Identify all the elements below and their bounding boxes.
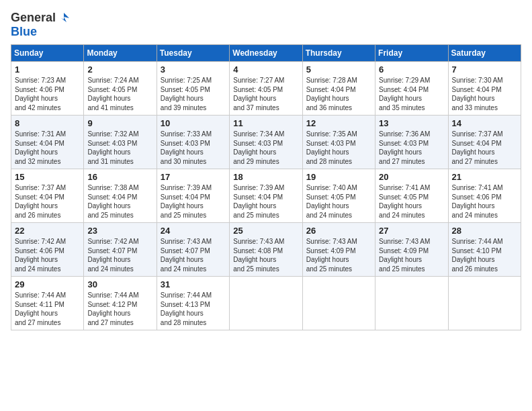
day-info: Sunrise: 7:43 AM Sunset: 4:09 PM Dayligh…	[306, 237, 371, 273]
weekday-header-thursday: Thursday	[302, 45, 375, 62]
calendar-cell: 14 Sunrise: 7:37 AM Sunset: 4:04 PM Dayl…	[448, 116, 521, 169]
calendar-week-row: 8 Sunrise: 7:31 AM Sunset: 4:04 PM Dayli…	[11, 116, 521, 169]
day-number: 15	[15, 172, 80, 182]
day-number: 2	[87, 64, 152, 75]
weekday-header-wednesday: Wednesday	[230, 45, 302, 62]
day-number: 26	[306, 226, 371, 236]
calendar-table: SundayMondayTuesdayWednesdayThursdayFrid…	[11, 44, 521, 330]
day-info: Sunrise: 7:44 AM Sunset: 4:11 PM Dayligh…	[15, 291, 80, 327]
day-number: 25	[233, 226, 298, 236]
day-number: 7	[452, 64, 517, 75]
calendar-cell: 22 Sunrise: 7:42 AM Sunset: 4:06 PM Dayl…	[11, 223, 84, 277]
day-info: Sunrise: 7:27 AM Sunset: 4:05 PM Dayligh…	[233, 76, 298, 112]
calendar-cell: 27 Sunrise: 7:43 AM Sunset: 4:09 PM Dayl…	[375, 223, 448, 277]
day-info: Sunrise: 7:37 AM Sunset: 4:04 PM Dayligh…	[15, 183, 80, 220]
day-number: 4	[233, 64, 298, 75]
day-number: 27	[379, 226, 444, 236]
logo-blue-text: Blue	[11, 25, 37, 38]
day-info: Sunrise: 7:25 AM Sunset: 4:05 PM Dayligh…	[161, 76, 226, 112]
calendar-cell: 4 Sunrise: 7:27 AM Sunset: 4:05 PM Dayli…	[230, 62, 302, 116]
calendar-cell: 10 Sunrise: 7:33 AM Sunset: 4:03 PM Dayl…	[157, 116, 229, 169]
calendar-cell: 23 Sunrise: 7:42 AM Sunset: 4:07 PM Dayl…	[84, 223, 157, 277]
calendar-cell: 6 Sunrise: 7:29 AM Sunset: 4:04 PM Dayli…	[375, 62, 448, 116]
day-info: Sunrise: 7:41 AM Sunset: 4:06 PM Dayligh…	[452, 183, 517, 220]
day-info: Sunrise: 7:30 AM Sunset: 4:04 PM Dayligh…	[452, 76, 517, 112]
day-info: Sunrise: 7:39 AM Sunset: 4:04 PM Dayligh…	[161, 183, 226, 220]
calendar-cell: 16 Sunrise: 7:38 AM Sunset: 4:04 PM Dayl…	[84, 169, 157, 223]
day-number: 28	[452, 226, 517, 236]
calendar-cell: 26 Sunrise: 7:43 AM Sunset: 4:09 PM Dayl…	[302, 223, 375, 277]
day-info: Sunrise: 7:31 AM Sunset: 4:04 PM Dayligh…	[15, 130, 80, 166]
calendar-week-row: 1 Sunrise: 7:23 AM Sunset: 4:06 PM Dayli…	[11, 62, 521, 116]
day-number: 23	[87, 226, 152, 236]
day-number: 14	[452, 118, 517, 128]
logo-general-text: General	[11, 11, 56, 25]
day-info: Sunrise: 7:41 AM Sunset: 4:05 PM Dayligh…	[379, 183, 444, 220]
day-number: 11	[233, 118, 298, 128]
calendar-cell: 5 Sunrise: 7:28 AM Sunset: 4:04 PM Dayli…	[302, 62, 375, 116]
weekday-header-friday: Friday	[375, 45, 448, 62]
calendar-cell: 13 Sunrise: 7:36 AM Sunset: 4:03 PM Dayl…	[375, 116, 448, 169]
day-info: Sunrise: 7:33 AM Sunset: 4:03 PM Dayligh…	[161, 130, 226, 166]
calendar-cell: 20 Sunrise: 7:41 AM Sunset: 4:05 PM Dayl…	[375, 169, 448, 223]
calendar-cell: 1 Sunrise: 7:23 AM Sunset: 4:06 PM Dayli…	[11, 62, 84, 116]
day-info: Sunrise: 7:44 AM Sunset: 4:13 PM Dayligh…	[161, 291, 226, 327]
day-info: Sunrise: 7:37 AM Sunset: 4:04 PM Dayligh…	[452, 130, 517, 166]
svg-marker-0	[61, 13, 69, 22]
calendar-cell: 28 Sunrise: 7:44 AM Sunset: 4:10 PM Dayl…	[448, 223, 521, 277]
calendar-cell: 24 Sunrise: 7:43 AM Sunset: 4:07 PM Dayl…	[157, 223, 229, 277]
day-number: 22	[15, 226, 80, 236]
page-header: General Blue	[11, 11, 521, 39]
weekday-header-sunday: Sunday	[11, 45, 84, 62]
day-info: Sunrise: 7:44 AM Sunset: 4:12 PM Dayligh…	[87, 291, 152, 327]
day-number: 5	[306, 64, 371, 75]
weekday-header-row: SundayMondayTuesdayWednesdayThursdayFrid…	[11, 45, 521, 62]
calendar-cell: 21 Sunrise: 7:41 AM Sunset: 4:06 PM Dayl…	[448, 169, 521, 223]
calendar-cell	[375, 277, 448, 330]
day-info: Sunrise: 7:24 AM Sunset: 4:05 PM Dayligh…	[87, 76, 152, 112]
day-number: 20	[379, 172, 444, 182]
day-number: 19	[306, 172, 371, 182]
day-info: Sunrise: 7:32 AM Sunset: 4:03 PM Dayligh…	[87, 130, 152, 166]
day-number: 12	[306, 118, 371, 128]
day-number: 1	[15, 64, 80, 75]
calendar-week-row: 15 Sunrise: 7:37 AM Sunset: 4:04 PM Dayl…	[11, 169, 521, 223]
day-info: Sunrise: 7:39 AM Sunset: 4:04 PM Dayligh…	[233, 183, 298, 220]
logo-bird-icon	[57, 11, 71, 25]
day-number: 16	[87, 172, 152, 182]
day-number: 30	[87, 279, 152, 289]
calendar-cell: 30 Sunrise: 7:44 AM Sunset: 4:12 PM Dayl…	[84, 277, 157, 330]
day-number: 21	[452, 172, 517, 182]
calendar-cell: 29 Sunrise: 7:44 AM Sunset: 4:11 PM Dayl…	[11, 277, 84, 330]
calendar-cell: 9 Sunrise: 7:32 AM Sunset: 4:03 PM Dayli…	[84, 116, 157, 169]
day-info: Sunrise: 7:38 AM Sunset: 4:04 PM Dayligh…	[87, 183, 152, 220]
weekday-header-tuesday: Tuesday	[157, 45, 229, 62]
calendar-cell: 25 Sunrise: 7:43 AM Sunset: 4:08 PM Dayl…	[230, 223, 302, 277]
calendar-week-row: 29 Sunrise: 7:44 AM Sunset: 4:11 PM Dayl…	[11, 277, 521, 330]
weekday-header-monday: Monday	[84, 45, 157, 62]
day-number: 29	[15, 279, 80, 289]
day-info: Sunrise: 7:29 AM Sunset: 4:04 PM Dayligh…	[379, 76, 444, 112]
day-number: 18	[233, 172, 298, 182]
day-number: 17	[161, 172, 226, 182]
day-number: 13	[379, 118, 444, 128]
calendar-cell: 3 Sunrise: 7:25 AM Sunset: 4:05 PM Dayli…	[157, 62, 229, 116]
day-info: Sunrise: 7:43 AM Sunset: 4:07 PM Dayligh…	[161, 237, 226, 273]
day-info: Sunrise: 7:23 AM Sunset: 4:06 PM Dayligh…	[15, 76, 80, 112]
calendar-cell: 15 Sunrise: 7:37 AM Sunset: 4:04 PM Dayl…	[11, 169, 84, 223]
calendar-cell: 7 Sunrise: 7:30 AM Sunset: 4:04 PM Dayli…	[448, 62, 521, 116]
day-info: Sunrise: 7:43 AM Sunset: 4:09 PM Dayligh…	[379, 237, 444, 273]
day-info: Sunrise: 7:36 AM Sunset: 4:03 PM Dayligh…	[379, 130, 444, 166]
calendar-cell	[448, 277, 521, 330]
day-number: 10	[161, 118, 226, 128]
day-number: 9	[87, 118, 152, 128]
calendar-cell: 8 Sunrise: 7:31 AM Sunset: 4:04 PM Dayli…	[11, 116, 84, 169]
calendar-week-row: 22 Sunrise: 7:42 AM Sunset: 4:06 PM Dayl…	[11, 223, 521, 277]
calendar-cell: 12 Sunrise: 7:35 AM Sunset: 4:03 PM Dayl…	[302, 116, 375, 169]
day-info: Sunrise: 7:40 AM Sunset: 4:05 PM Dayligh…	[306, 183, 371, 220]
calendar-cell: 17 Sunrise: 7:39 AM Sunset: 4:04 PM Dayl…	[157, 169, 229, 223]
calendar-cell	[230, 277, 302, 330]
calendar-cell: 2 Sunrise: 7:24 AM Sunset: 4:05 PM Dayli…	[84, 62, 157, 116]
calendar-cell: 31 Sunrise: 7:44 AM Sunset: 4:13 PM Dayl…	[157, 277, 229, 330]
calendar-cell: 19 Sunrise: 7:40 AM Sunset: 4:05 PM Dayl…	[302, 169, 375, 223]
